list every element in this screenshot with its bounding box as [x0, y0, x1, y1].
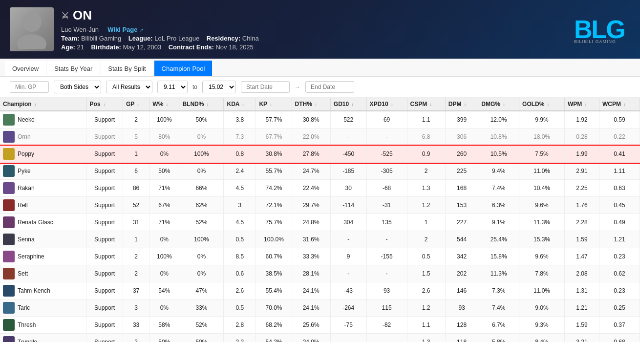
cell-xpd10: - — [366, 334, 407, 343]
table-row: Tahm KenchSupport3754%47%2.655.4%24.1%-4… — [0, 282, 640, 300]
champion-pool-table-container[interactable]: Champion ↕ Pos ↕ GP ↕ W% ↕ BLND% ↕ KDA ↕… — [0, 98, 640, 342]
cell-wpm: 1.76 — [564, 197, 599, 214]
player-name: ON — [73, 8, 92, 23]
cell-champion: Seraphine — [0, 248, 86, 265]
col-kp[interactable]: KP ↕ — [256, 98, 292, 111]
cell-gp: 2 — [123, 334, 149, 343]
cell-wpm: 1.59 — [564, 231, 599, 248]
col-wrate[interactable]: W% ↕ — [149, 98, 179, 111]
min-gp-input[interactable] — [10, 81, 49, 93]
cell-dpm: 146 — [445, 282, 478, 300]
cell-cspm: 2.6 — [407, 282, 445, 300]
col-champion[interactable]: Champion ↕ — [0, 98, 86, 111]
wiki-link[interactable]: Wiki Page — [107, 26, 137, 33]
cell-gp: 37 — [123, 282, 149, 300]
col-gd10[interactable]: GD10 ↕ — [330, 98, 366, 111]
cell-gold: 9.6% — [519, 248, 565, 265]
cell-wrate: 67% — [149, 197, 179, 214]
col-pos[interactable]: Pos ↕ — [86, 98, 123, 111]
champion-name: Ornn — [18, 133, 31, 140]
cell-kp: 74.2% — [256, 180, 292, 197]
cell-wcpm: 0.63 — [599, 180, 640, 197]
cell-wcpm: 0.37 — [599, 317, 640, 334]
col-dpm[interactable]: DPM ↕ — [445, 98, 478, 111]
cell-dth: 31.6% — [292, 231, 330, 248]
col-blnd[interactable]: BLND% ↕ — [179, 98, 224, 111]
cell-kda: 3.8 — [224, 111, 256, 128]
start-date-input[interactable] — [241, 81, 290, 93]
cell-dpm: 225 — [445, 163, 478, 180]
cell-gold: 11.0% — [519, 282, 565, 300]
champion-name: Rakan — [18, 185, 35, 192]
player-age-row: Age: 21 Birthdate: May 12, 2003 Contract… — [61, 43, 630, 51]
cell-wrate: 50% — [149, 163, 179, 180]
cell-cspm: 1.5 — [407, 265, 445, 282]
col-wpm[interactable]: WPM ↕ — [564, 98, 599, 111]
cell-wrate: 58% — [149, 317, 179, 334]
all-results-select[interactable]: All Results Wins Losses — [106, 81, 152, 93]
tab-stats-by-year[interactable]: Stats By Year — [47, 61, 100, 76]
champion-name: Sett — [18, 270, 28, 277]
table-row: RakanSupport8671%66%4.574.2%22.4%30-681.… — [0, 180, 640, 197]
cell-dpm: 93 — [445, 300, 478, 317]
champion-icon — [3, 216, 15, 228]
cell-kp: 60.7% — [256, 248, 292, 265]
champion-icon — [3, 251, 15, 262]
cell-champion: Senna — [0, 231, 86, 248]
champion-pool-table: Champion ↕ Pos ↕ GP ↕ W% ↕ BLND% ↕ KDA ↕… — [0, 98, 640, 342]
cell-xpd10: -525 — [366, 146, 407, 163]
cell-wrate: 100% — [149, 111, 179, 128]
cell-xpd10: 69 — [366, 111, 407, 128]
col-cspm[interactable]: CSPM ↕ — [407, 98, 445, 111]
champion-icon — [3, 165, 15, 177]
col-gold[interactable]: GOLD% ↕ — [519, 98, 565, 111]
cell-gd10: 304 — [330, 214, 366, 231]
cell-cspm: 1.2 — [407, 197, 445, 214]
cell-gd10: -450 — [330, 146, 366, 163]
page-header: ⚔ ON Luo Wen-Jun Wiki Page ↗ Team: Bilib… — [0, 0, 640, 59]
col-dmg[interactable]: DMG% ↕ — [478, 98, 519, 111]
cell-wpm: 2.28 — [564, 214, 599, 231]
cell-champion: Rakan — [0, 180, 86, 196]
col-xpd10[interactable]: XPD10 ↕ — [366, 98, 407, 111]
col-kda[interactable]: KDA ↕ — [224, 98, 256, 111]
tab-overview[interactable]: Overview — [5, 61, 46, 76]
cell-dmg: 7.4% — [478, 180, 519, 197]
both-sides-select[interactable]: Both Sides Blue Side Red Side — [54, 81, 101, 93]
league-value: LoL Pro League — [154, 35, 199, 42]
col-wcpm[interactable]: WCPM ↕ — [599, 98, 640, 111]
cell-pos: Support — [86, 111, 123, 128]
cell-wrate: 0% — [149, 300, 179, 317]
cell-dpm: 153 — [445, 197, 478, 214]
cell-gold: 18.0% — [519, 128, 565, 146]
table-row: OrnnSupport580%0%7.367.7%22.0%--6.830610… — [0, 128, 640, 146]
cell-wcpm: 1.11 — [599, 163, 640, 180]
cell-cspm: 1.3 — [407, 180, 445, 197]
real-name: Luo Wen-Jun — [61, 26, 99, 33]
tab-stats-by-split[interactable]: Stats By Split — [101, 61, 153, 76]
table-row: SeraphineSupport2100%0%8.560.7%33.3%9-15… — [0, 248, 640, 265]
cell-blnd: 0% — [179, 128, 224, 146]
col-gp[interactable]: GP ↕ — [123, 98, 149, 111]
cell-gp: 1 — [123, 231, 149, 248]
birthdate-label: Birthdate: — [91, 43, 121, 51]
cell-gd10: - — [330, 265, 366, 282]
cell-cspm: 6.8 — [407, 128, 445, 146]
table-body: NeekoSupport2100%50%3.857.7%30.8%522691.… — [0, 111, 640, 342]
end-date-input[interactable] — [305, 81, 354, 93]
cell-kp: 57.7% — [256, 111, 292, 128]
tab-champion-pool[interactable]: Champion Pool — [154, 61, 213, 76]
cell-dmg: 7.4% — [478, 300, 519, 317]
cell-dmg: 6.7% — [478, 317, 519, 334]
team-value: Bilibili Gaming — [81, 35, 121, 42]
range-start-select[interactable]: 9.11 — [157, 81, 188, 93]
cell-gd10: - — [330, 231, 366, 248]
cell-xpd10: -68 — [366, 180, 407, 197]
range-end-select[interactable]: 15.02 — [202, 81, 236, 93]
cell-cspm: 1 — [407, 214, 445, 231]
col-dth[interactable]: DTH% ↕ — [292, 98, 330, 111]
cell-dpm: 118 — [445, 334, 478, 343]
champion-name: Thresh — [18, 321, 36, 328]
champion-icon — [3, 131, 15, 143]
cell-dmg: 9.1% — [478, 214, 519, 231]
